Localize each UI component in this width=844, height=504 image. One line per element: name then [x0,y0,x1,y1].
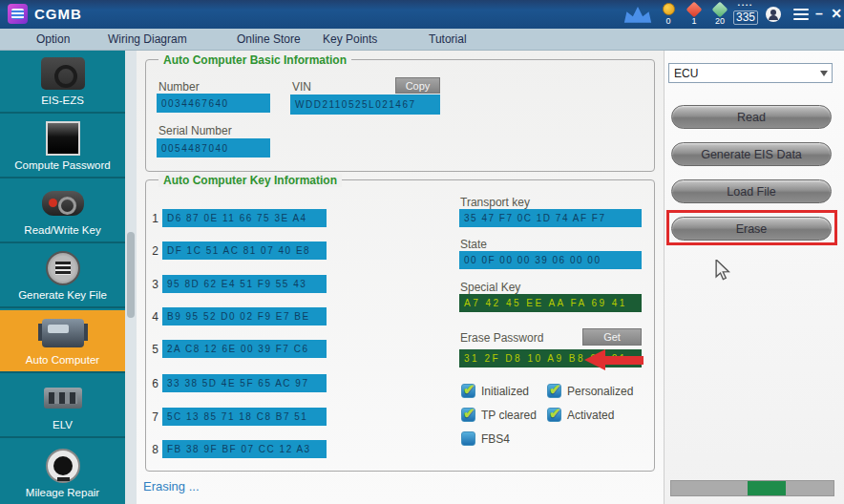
sidebar-item-label: Auto Computer [26,354,99,366]
status-text: Erasing ... [143,479,200,494]
transport-key-label: Transport key [460,196,530,209]
serial-number-label: Serial Number [158,124,232,137]
key-row-field-5[interactable]: 2A C8 12 6E 00 39 F7 C6 [162,340,327,358]
coin-stat: 0 [656,3,681,26]
close-button[interactable]: ✕ [829,6,844,21]
number-label: Number [158,80,200,94]
tp-cleared-label: TP cleared [481,409,537,422]
erase-highlight-annotation [666,210,837,245]
key-row-field-3[interactable]: 95 8D 62 E4 51 F9 55 43 [162,275,327,293]
ecu-dropdown[interactable]: ECU [668,63,833,83]
arrow-tail [605,356,644,365]
menu-item-wiring-diagram[interactable]: Wiring Diagram [108,32,187,46]
sidebar-item-label: ELV [53,419,73,430]
app-window: CGMB 0 1 20 •••• 335 – ✕ Option Wirin [0,0,844,504]
menu-item-key-points[interactable]: Key Points [323,32,377,46]
password-box-icon [46,121,80,156]
activated-checkbox[interactable] [547,408,561,422]
tp-cleared-checkbox[interactable] [461,408,475,422]
sidebar-item-label: Read/Write Key [24,224,100,236]
key-row-field-4[interactable]: B9 95 52 D0 02 F9 E7 BE [162,307,327,326]
key-row-field-1[interactable]: D6 87 0E 11 66 75 3E A4 [162,209,327,227]
coin-count: 0 [656,16,681,26]
credits-count: 335 [733,10,758,25]
copy-button[interactable]: Copy [395,77,440,94]
erase-password-label: Erase Password [460,331,543,345]
elv-lock-icon [44,381,82,415]
menu-icon[interactable] [793,9,809,23]
sidebar-scrollbar-thumb[interactable] [127,232,135,318]
transport-key-field[interactable]: 35 47 F7 0C 1D 74 AF F7 [459,209,642,227]
sidebar-item-compute-password[interactable]: Compute Password [0,116,125,178]
sidebar-item-generate-key-file[interactable]: Generate Key File [0,245,125,308]
menu-item-online-store[interactable]: Online Store [237,32,301,46]
key-fob-icon [42,186,84,220]
sidebar: EIS-EZS Compute Password Read/Write Key … [0,51,137,504]
number-field[interactable]: 0034467640 [157,94,270,113]
key-row-index: 5 [147,343,158,356]
state-field[interactable]: 00 0F 00 00 39 06 00 00 [459,251,642,269]
initialized-checkbox[interactable] [461,384,475,398]
sidebar-item-mileage-repair[interactable]: Mileage Repair [0,440,125,504]
credits-dots-icon: •••• [729,2,762,8]
arrow-head [584,349,605,370]
state-label: State [460,238,487,251]
menubar: Option Wiring Diagram Online Store Key P… [0,29,844,51]
key-row-index: 2 [147,244,158,258]
special-key-label: Special Key [460,281,520,294]
avatar-body [769,15,778,20]
vin-label: VIN [292,80,311,94]
user-avatar[interactable] [766,7,781,22]
key-row-index: 4 [147,310,158,324]
load-file-button[interactable]: Load File [671,179,832,203]
sidebar-item-label: Mileage Repair [26,487,99,498]
read-button[interactable]: Read [671,105,832,129]
sidebar-item-read-write-key[interactable]: Read/Write Key [0,180,125,243]
app-logo-glyph [11,9,24,19]
app-logo-icon [8,4,28,24]
special-key-field[interactable]: A7 42 45 EE AA FA 69 41 [459,294,642,312]
red-gem-count: 1 [682,16,707,26]
sidebar-item-label: Generate Key File [18,289,107,301]
serial-number-field[interactable]: 0054487040 [157,138,270,158]
app-title: CGMB [34,6,82,22]
progress-bar [670,480,834,496]
key-row-index: 3 [147,278,158,291]
key-file-icon [46,251,80,285]
key-row-index: 1 [147,212,158,225]
sidebar-item-elv[interactable]: ELV [0,375,125,438]
sidebar-item-label: Compute Password [14,159,110,171]
fbs4-checkbox[interactable] [461,431,475,446]
get-button[interactable]: Get [582,328,642,346]
generate-eis-data-button[interactable]: Generate EIS Data [671,142,832,166]
personalized-checkbox[interactable] [547,384,561,398]
sidebar-item-eis-ezs[interactable]: EIS-EZS [0,51,125,114]
green-gem-icon [712,2,728,18]
sidebar-item-label: EIS-EZS [41,94,84,106]
initialized-label: Initialized [481,385,529,398]
basic-info-title: Auto Computer Basic Information [158,53,351,67]
key-row-field-7[interactable]: 5C 13 85 71 18 C8 B7 51 [162,408,327,426]
arrow-annotation [584,349,644,370]
menu-item-option[interactable]: Option [36,32,70,46]
key-row-field-8[interactable]: FB 38 9F BF 07 CC 12 A3 [162,440,327,458]
key-row-index: 6 [147,377,158,390]
key-row-index: 7 [147,410,158,424]
sidebar-scrollbar[interactable] [125,51,137,504]
key-row-field-2[interactable]: DF 1C 51 AC 81 07 40 E8 [162,242,327,260]
titlebar: CGMB 0 1 20 •••• 335 – ✕ [0,0,844,29]
menu-item-tutorial[interactable]: Tutorial [429,32,467,46]
chevron-down-icon [820,71,828,76]
sidebar-item-auto-computer[interactable]: Auto Computer [0,310,125,373]
coin-icon [663,3,675,15]
progress-bar-chunk [748,481,786,495]
vin-field[interactable]: WDD2110525L021467 [290,94,440,115]
key-row-field-6[interactable]: 33 38 5D 4E 5F 65 AC 97 [162,374,327,392]
fbs4-label: FBS4 [481,432,510,446]
minimize-button[interactable]: – [812,6,827,21]
key-info-title: Auto Computer Key Information [158,174,342,187]
personalized-label: Personalized [567,385,633,398]
ecu-dropdown-value: ECU [674,67,698,80]
crown-icon [622,7,653,28]
eis-device-icon [41,56,85,91]
